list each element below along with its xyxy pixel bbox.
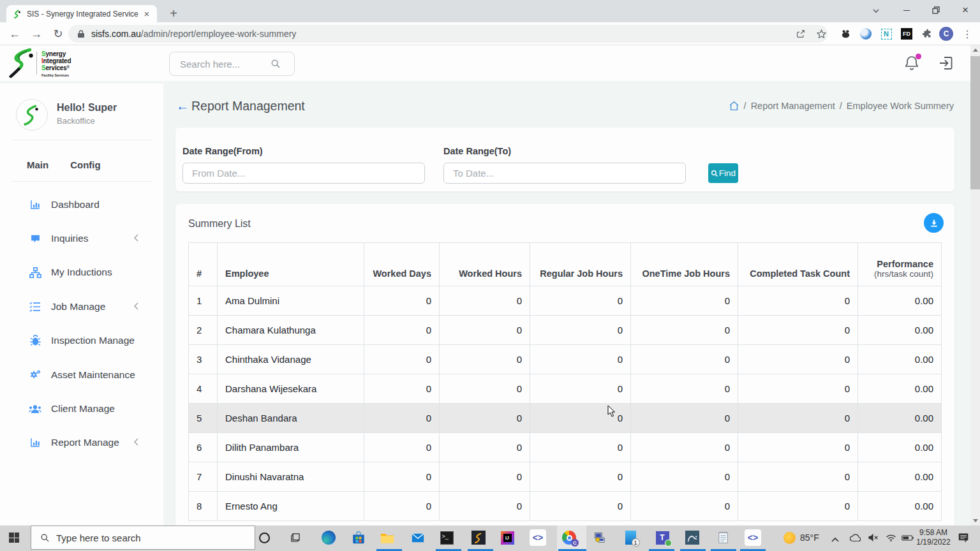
tray-onedrive-icon[interactable] <box>846 529 864 547</box>
tray-notifications-icon[interactable] <box>954 529 972 547</box>
table-row[interactable]: 5 Deshan Bandara 0 0 0 0 0 0.00 <box>189 404 942 433</box>
scroll-down-arrow[interactable] <box>970 516 980 525</box>
profile-avatar[interactable] <box>16 99 48 131</box>
app-logo[interactable]: Synergy Integrated Services® Facility Se… <box>9 48 71 79</box>
clock-time: 9:58 AM <box>914 528 953 538</box>
weather-widget[interactable]: 85°F <box>783 525 819 550</box>
sidebar-item-asset-maintenance[interactable]: Asset Maintenance <box>0 358 163 392</box>
header-search-input[interactable] <box>170 59 265 70</box>
window-close-button[interactable]: × <box>951 0 980 20</box>
sidebar-item-my-inductions[interactable]: My Inductions <box>0 256 163 290</box>
tab-close-icon[interactable]: × <box>142 9 152 18</box>
sidebar-item-inquiries[interactable]: Inquiries <box>0 221 163 255</box>
registered-mark: ® <box>67 64 70 70</box>
tabsearch-chevron-icon[interactable] <box>872 6 880 15</box>
taskbar-intellij-icon[interactable]: IJ <box>498 529 516 547</box>
start-button[interactable] <box>9 533 19 543</box>
chevron-left-icon <box>133 233 139 244</box>
table-row[interactable]: 4 Darshana Wijesekara 0 0 0 0 0 0.00 <box>189 374 942 404</box>
sidebar-item-inspection-manage[interactable]: Inspection Manage <box>0 324 163 358</box>
taskbar-edge-icon[interactable] <box>320 529 338 547</box>
breadcrumb-employee-work-summery: Employee Work Summery <box>847 101 954 111</box>
taskbar-terminal-icon[interactable]: >_ <box>438 529 456 547</box>
taskbar-clock[interactable]: 9:58 AM 1/19/2022 <box>914 528 953 547</box>
browser-profile-avatar[interactable]: C <box>939 26 954 41</box>
taskbar-store-icon[interactable] <box>350 529 368 547</box>
date-to-label: Date Range(To) <box>443 146 511 156</box>
date-from-input[interactable] <box>182 163 425 184</box>
table-row[interactable]: 7 Dinushi Navaratna 0 0 0 0 0 0.00 <box>189 462 942 492</box>
logout-button[interactable] <box>938 55 954 74</box>
share-icon[interactable] <box>793 26 808 41</box>
taskbar-app1-icon[interactable]: 1 <box>621 529 639 547</box>
tray-volume-icon[interactable] <box>864 529 882 547</box>
taskbar-teams-icon[interactable]: T <box>653 529 671 547</box>
window-restore-button[interactable] <box>921 0 951 20</box>
extension-2-icon[interactable] <box>858 26 873 41</box>
logo-line2: Integrated <box>41 57 71 64</box>
extension-notion-icon[interactable]: N <box>879 26 894 41</box>
browser-back-button[interactable]: ← <box>5 22 24 45</box>
taskbar-vscode2-icon[interactable]: <> <box>744 529 762 547</box>
download-button[interactable] <box>924 213 944 233</box>
col-performance: Performance(hrs/task count) <box>858 243 942 286</box>
table-row[interactable]: 3 Chinthaka Vidanage 0 0 0 0 0 0.00 <box>189 345 942 374</box>
table-row[interactable]: 8 Ernesto Ang 0 0 0 0 0 0.00 <box>189 492 942 521</box>
back-arrow-icon[interactable]: ← <box>176 99 189 114</box>
browser-tab[interactable]: SIS - Synergy Integrated Service × <box>6 5 157 22</box>
new-tab-button[interactable]: + <box>166 6 181 22</box>
table-row[interactable]: 1 Ama Dulmini 0 0 0 0 0 0.00 <box>189 286 942 316</box>
table-row[interactable]: 6 Dilith Panambara 0 0 0 0 0 0.00 <box>189 433 942 462</box>
notifications-button[interactable] <box>904 55 921 71</box>
col-onetime-job-hours: OneTime Job Hours <box>631 243 738 286</box>
col-num: # <box>189 243 218 286</box>
app-header: Synergy Integrated Services® Facility Se… <box>0 45 980 81</box>
extensions-puzzle-icon[interactable] <box>919 26 935 41</box>
sidebar-item-dashboard[interactable]: Dashboard <box>0 187 163 221</box>
sidebar-tab-config[interactable]: Config <box>70 159 100 170</box>
browser-menu-icon[interactable]: ⋮ <box>960 26 975 41</box>
scroll-up-arrow[interactable] <box>970 45 980 55</box>
taskbar-chrome-icon[interactable]: C <box>560 529 578 547</box>
taskbar-search[interactable]: Type here to search <box>31 525 255 550</box>
mouse-cursor <box>607 405 616 417</box>
taskbar-notepad-icon[interactable] <box>714 529 732 547</box>
sidebar-item-report-manage[interactable]: Report Manage <box>0 426 163 460</box>
extension-1-icon[interactable] <box>838 26 853 41</box>
logout-icon <box>938 55 954 71</box>
taskbar-remote-icon[interactable] <box>591 529 609 547</box>
bookmark-star-icon[interactable] <box>813 26 829 41</box>
taskbar-mail-icon[interactable] <box>409 529 427 547</box>
table-row[interactable]: 2 Chamara Kulathunga 0 0 0 0 0 0.00 <box>189 316 942 345</box>
sidebar-item-client-manage[interactable]: Client Manage <box>0 392 163 425</box>
tray-wifi-icon[interactable] <box>882 529 900 547</box>
profile-role: Backoffice <box>57 116 117 126</box>
taskbar-explorer-icon[interactable] <box>378 529 396 547</box>
page-scrollbar[interactable] <box>970 45 980 525</box>
chevron-left-icon <box>133 301 139 312</box>
col-worked-hours: Worked Hours <box>440 243 530 286</box>
home-icon[interactable] <box>729 101 739 111</box>
taskbar-vscode-icon[interactable]: <> <box>529 529 547 547</box>
summary-list-title: Summery List <box>188 218 251 230</box>
taskbar-taskview-icon[interactable] <box>286 529 304 547</box>
temperature: 85°F <box>800 533 819 543</box>
taskbar-synergy-icon[interactable] <box>470 529 487 547</box>
extension-fd-icon[interactable]: FD <box>899 26 914 41</box>
date-to-input[interactable] <box>443 163 686 184</box>
tray-chevron-up-icon[interactable] <box>826 531 844 548</box>
scrollbar-thumb[interactable] <box>970 56 980 189</box>
breadcrumb: / Report Management / Employee Work Summ… <box>729 101 954 111</box>
sidebar-tab-main[interactable]: Main <box>27 159 48 170</box>
window-minimize-button[interactable]: ─ <box>892 0 921 20</box>
browser-reload-button[interactable]: ↻ <box>48 22 68 45</box>
taskbar-mysql-icon[interactable] <box>683 529 701 547</box>
sidebar-menu: Dashboard Inquiries My Inductions Job Ma… <box>0 187 163 460</box>
breadcrumb-report-management[interactable]: Report Management <box>751 101 835 111</box>
taskbar-cortana-icon[interactable] <box>255 529 273 547</box>
address-bar[interactable]: sisfs.com.au/admin/report/employee-work-… <box>68 25 828 43</box>
browser-forward-button[interactable]: → <box>27 22 46 45</box>
find-button[interactable]: Find <box>708 163 738 183</box>
sidebar-item-job-manage[interactable]: Job Manage <box>0 290 163 323</box>
chevron-left-icon <box>133 437 139 448</box>
